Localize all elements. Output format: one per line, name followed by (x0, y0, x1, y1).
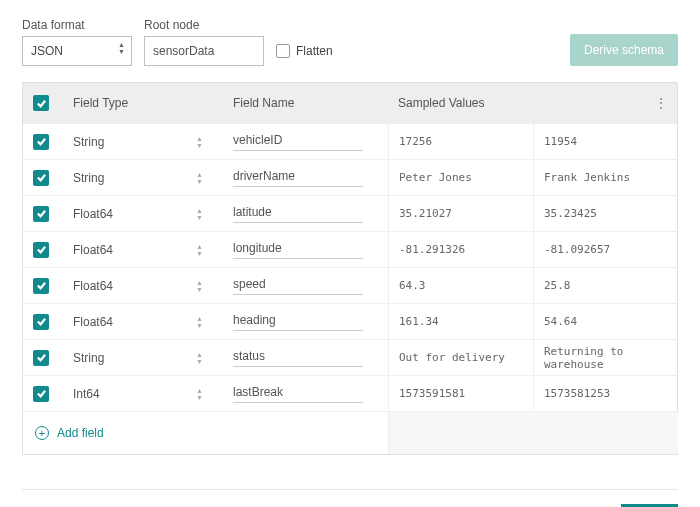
select-stepper-icon: ▲▼ (196, 279, 203, 293)
checkbox-checked-icon (33, 386, 49, 402)
field-name-value: speed (233, 277, 363, 295)
field-type-value: Float64 (73, 207, 113, 221)
select-stepper-icon: ▲▼ (196, 351, 203, 365)
checkbox-checked-icon (33, 314, 49, 330)
field-name-value: driverName (233, 169, 363, 187)
root-node-input[interactable] (144, 36, 264, 66)
field-name-value: latitude (233, 205, 363, 223)
field-type-value: Float64 (73, 279, 113, 293)
select-stepper-icon: ▲▼ (196, 171, 203, 185)
field-name-value: longitude (233, 241, 363, 259)
field-name-value: heading (233, 313, 363, 331)
field-type-select[interactable]: String▲▼ (63, 160, 223, 195)
table-row: String▲▼statusOut for deliveryReturning … (23, 339, 677, 375)
flatten-label: Flatten (296, 44, 333, 58)
field-type-value: Float64 (73, 315, 113, 329)
derive-schema-button[interactable]: Derive schema (570, 34, 678, 66)
field-name-input[interactable]: lastBreak (223, 376, 388, 411)
field-type-value: String (73, 135, 104, 149)
sampled-value-1: 17256 (388, 124, 533, 159)
sampled-value-2: 54.64 (533, 304, 678, 339)
field-type-value: Int64 (73, 387, 100, 401)
checkbox-checked-icon (33, 170, 49, 186)
field-name-value: lastBreak (233, 385, 363, 403)
field-type-select[interactable]: Float64▲▼ (63, 196, 223, 231)
header-checkbox-cell[interactable] (23, 83, 63, 123)
table-row: Float64▲▼speed64.325.8 (23, 267, 677, 303)
checkbox-checked-icon (33, 134, 49, 150)
field-type-value: String (73, 351, 104, 365)
field-type-select[interactable]: Float64▲▼ (63, 232, 223, 267)
table-header: Field Type Field Name Sampled Values ⋮ (23, 83, 677, 123)
select-stepper-icon: ▲▼ (196, 135, 203, 149)
header-field-name: Field Name (223, 83, 388, 123)
sampled-value-2: 25.8 (533, 268, 678, 303)
sampled-value-2: Frank Jenkins (533, 160, 678, 195)
row-checkbox[interactable] (23, 196, 63, 231)
checkbox-checked-icon (33, 350, 49, 366)
field-name-input[interactable]: latitude (223, 196, 388, 231)
field-name-input[interactable]: heading (223, 304, 388, 339)
table-row: Float64▲▼longitude-81.291326-81.092657 (23, 231, 677, 267)
plus-circle-icon: + (35, 426, 49, 440)
table-row: String▲▼driverNamePeter JonesFrank Jenki… (23, 159, 677, 195)
sampled-value-1: -81.291326 (388, 232, 533, 267)
sampled-value-2: 1573581253 (533, 376, 678, 411)
header-sampled: Sampled Values ⋮ (388, 83, 678, 123)
sampled-value-2: Returning to warehouse (533, 340, 678, 375)
sampled-value-2: 11954 (533, 124, 678, 159)
field-type-select[interactable]: String▲▼ (63, 340, 223, 375)
row-checkbox[interactable] (23, 124, 63, 159)
sampled-value-1: 64.3 (388, 268, 533, 303)
row-checkbox[interactable] (23, 160, 63, 195)
sampled-value-2: 35.23425 (533, 196, 678, 231)
field-type-select[interactable]: Int64▲▼ (63, 376, 223, 411)
row-checkbox[interactable] (23, 232, 63, 267)
row-checkbox[interactable] (23, 304, 63, 339)
sampled-value-2: -81.092657 (533, 232, 678, 267)
checkbox-icon (276, 44, 290, 58)
add-field-button[interactable]: + Add field (23, 412, 388, 454)
row-checkbox[interactable] (23, 268, 63, 303)
flatten-checkbox[interactable]: Flatten (276, 36, 333, 66)
table-row: Float64▲▼heading161.3454.64 (23, 303, 677, 339)
field-type-value: Float64 (73, 243, 113, 257)
field-type-select[interactable]: String▲▼ (63, 124, 223, 159)
field-type-select[interactable]: Float64▲▼ (63, 268, 223, 303)
select-stepper-icon: ▲▼ (196, 243, 203, 257)
sampled-value-1: 161.34 (388, 304, 533, 339)
select-stepper-icon: ▲▼ (196, 315, 203, 329)
header-field-type: Field Type (63, 83, 223, 123)
select-stepper-icon: ▲▼ (118, 41, 125, 55)
field-type-select[interactable]: Float64▲▼ (63, 304, 223, 339)
sampled-value-1: 1573591581 (388, 376, 533, 411)
root-node-group: Root node (144, 18, 264, 66)
row-checkbox[interactable] (23, 376, 63, 411)
data-format-select[interactable]: JSON ▲▼ (22, 36, 132, 66)
field-name-input[interactable]: driverName (223, 160, 388, 195)
data-format-label: Data format (22, 18, 132, 32)
select-stepper-icon: ▲▼ (196, 387, 203, 401)
field-name-value: status (233, 349, 363, 367)
field-name-input[interactable]: vehicleID (223, 124, 388, 159)
table-row: String▲▼vehicleID1725611954 (23, 123, 677, 159)
checkbox-checked-icon (33, 242, 49, 258)
field-type-value: String (73, 171, 104, 185)
table-row: Int64▲▼lastBreak15735915811573581253 (23, 375, 677, 411)
field-name-value: vehicleID (233, 133, 363, 151)
add-field-label: Add field (57, 426, 104, 440)
row-checkbox[interactable] (23, 340, 63, 375)
data-format-group: Data format JSON ▲▼ (22, 18, 132, 66)
add-field-row: + Add field (23, 411, 677, 454)
field-name-input[interactable]: speed (223, 268, 388, 303)
config-toolbar: Data format JSON ▲▼ Root node Flatten De… (22, 18, 678, 66)
schema-table: Field Type Field Name Sampled Values ⋮ S… (22, 82, 678, 455)
table-row: Float64▲▼latitude35.2102735.23425 (23, 195, 677, 231)
field-name-input[interactable]: status (223, 340, 388, 375)
more-icon[interactable]: ⋮ (654, 96, 668, 110)
checkbox-checked-icon (33, 95, 49, 111)
field-name-input[interactable]: longitude (223, 232, 388, 267)
root-node-label: Root node (144, 18, 264, 32)
sampled-value-1: Peter Jones (388, 160, 533, 195)
sampled-value-1: Out for delivery (388, 340, 533, 375)
